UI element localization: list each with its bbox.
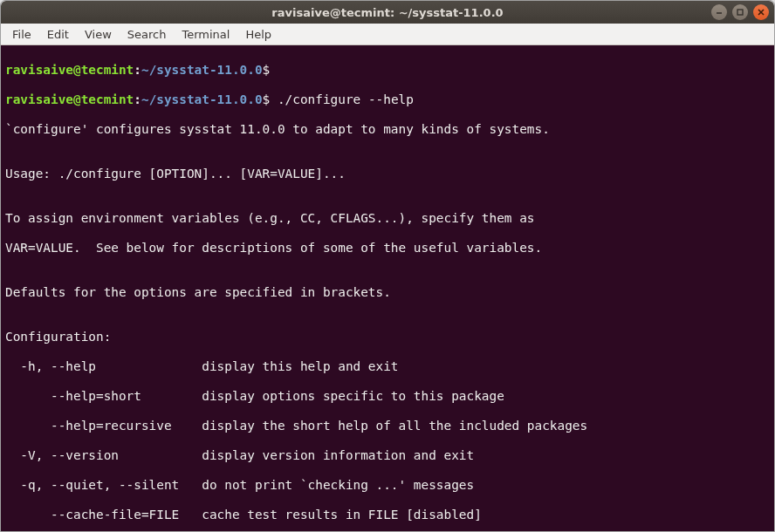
output-line: VAR=VALUE. See below for descriptions of… [5,241,770,256]
output-line: Defaults for the options are specified i… [5,285,770,300]
output-line: -h, --help display this help and exit [5,359,770,374]
prompt-colon: : [134,63,141,77]
maximize-button[interactable] [732,4,748,20]
menu-edit[interactable]: Edit [39,25,77,44]
output-line: --cache-file=FILE cache test results in … [5,508,770,522]
terminal-line: ravisaive@tecmint:~/sysstat-11.0.0$ [5,63,770,78]
close-icon [757,8,765,17]
minimize-icon [715,8,724,17]
maximize-icon [736,8,744,17]
svg-rect-1 [737,10,743,15]
terminal-area[interactable]: ravisaive@tecmint:~/sysstat-11.0.0$ ravi… [1,45,774,532]
output-line: -V, --version display version informatio… [5,448,770,463]
minimize-button[interactable] [711,4,727,20]
window-controls [711,4,769,20]
terminal-line: ravisaive@tecmint:~/sysstat-11.0.0$ ./co… [5,92,770,107]
output-line: To assign environment variables (e.g., C… [5,211,770,226]
prompt-dollar: $ [263,63,271,77]
menu-help[interactable]: Help [237,25,279,44]
output-line: Configuration: [5,330,770,344]
output-line: Usage: ./configure [OPTION]... [VAR=VALU… [5,167,770,181]
output-line: --help=recursive display the short help … [5,419,770,433]
menubar: File Edit View Search Terminal Help [1,24,774,45]
close-button[interactable] [753,4,769,20]
output-line: `configure' configures sysstat 11.0.0 to… [5,122,770,137]
output-line: --help=short display options specific to… [5,389,770,404]
prompt-user-host: ravisaive@tecmint [5,63,134,77]
menu-file[interactable]: File [4,25,39,44]
output-line: -q, --quiet, --silent do not print `chec… [5,478,770,493]
window-title: ravisaive@tecmint: ~/sysstat-11.0.0 [8,6,767,19]
window-titlebar: ravisaive@tecmint: ~/sysstat-11.0.0 [1,1,774,24]
command-empty [270,63,278,77]
command-configure: ./configure --help [270,92,414,106]
menu-search[interactable]: Search [120,25,175,44]
prompt-path: ~/sysstat-11.0.0 [141,63,263,77]
prompt-dollar: $ [263,92,271,106]
prompt-user-host: ravisaive@tecmint [5,92,134,106]
prompt-path: ~/sysstat-11.0.0 [141,92,263,106]
prompt-colon: : [134,92,141,106]
menu-view[interactable]: View [77,25,120,44]
menu-terminal[interactable]: Terminal [174,25,237,44]
